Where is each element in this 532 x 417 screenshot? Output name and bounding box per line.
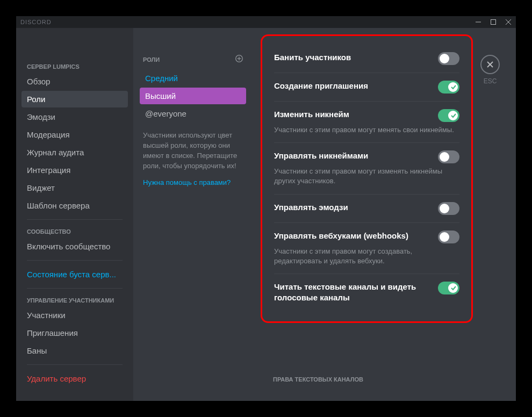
settings-sidebar: СЕРВЕР LUMPICS Обзор Роли Эмодзи Модерац… [16, 28, 133, 401]
close-settings-button[interactable] [480, 55, 500, 74]
svg-rect-1 [491, 20, 496, 25]
esc-label: ESC [484, 77, 497, 85]
permission-toggle[interactable] [438, 109, 459, 122]
server-header: СЕРВЕР LUMPICS [21, 60, 128, 73]
permission-description: Участники с этим правом могут менять сво… [274, 125, 459, 135]
permission-read-channels: Читать текстовые каналы и видеть голосов… [274, 274, 459, 311]
role-item-high[interactable]: Высший [140, 88, 246, 104]
permission-toggle[interactable] [438, 52, 459, 65]
toggle-check-icon [451, 111, 456, 120]
minimize-icon[interactable] [474, 18, 483, 26]
permission-title: Читать текстовые каналы и видеть голосов… [274, 282, 433, 304]
permission-manage-nicknames: Управлять никнеймами Участники с этим пр… [274, 143, 459, 194]
sidebar-divider [27, 288, 123, 289]
sidebar-item-emoji[interactable]: Эмодзи [21, 109, 128, 125]
permission-toggle[interactable] [438, 150, 459, 163]
permission-ban-members: Банить участников [274, 45, 459, 73]
add-role-icon[interactable] [235, 55, 243, 64]
permission-toggle[interactable] [438, 202, 459, 215]
permission-title: Управлять эмодзи [274, 202, 348, 213]
sidebar-item-overview[interactable]: Обзор [21, 73, 128, 90]
sidebar-item-server-template[interactable]: Шаблон сервера [21, 197, 128, 214]
permission-title: Изменить никнейм [274, 109, 349, 120]
permission-create-invite: Создание приглашения [274, 73, 459, 102]
community-header: СООБЩЕСТВО [21, 225, 128, 238]
roles-header: РОЛИ [140, 55, 246, 70]
close-settings: ESC [480, 55, 500, 85]
permission-title: Создание приглашения [274, 81, 368, 91]
sidebar-item-bans[interactable]: Баны [21, 342, 128, 359]
toggle-check-icon [451, 82, 456, 92]
titlebar: DISCORD [16, 16, 516, 28]
permission-toggle[interactable] [438, 282, 459, 294]
role-item-everyone[interactable]: @everyone [140, 105, 246, 122]
text-channels-rights-header: ПРАВА ТЕКСТОВЫХ КАНАЛОВ [273, 376, 363, 383]
permission-title: Управлять вебхуками (webhooks) [274, 231, 408, 241]
role-item-medium[interactable]: Средний [140, 70, 246, 87]
roles-header-title: РОЛИ [143, 56, 160, 63]
permission-description: Участники с этим правом могут создавать,… [274, 247, 459, 266]
permission-manage-emoji: Управлять эмодзи [274, 195, 459, 223]
app-body: СЕРВЕР LUMPICS Обзор Роли Эмодзи Модерац… [16, 28, 516, 401]
sidebar-item-audit-log[interactable]: Журнал аудита [21, 144, 128, 161]
content-column: ESC Банить участников Создание пригл [253, 28, 516, 401]
member-management-header: УПРАВЛЕНИЕ УЧАСТНИКАМИ [21, 294, 128, 307]
sidebar-divider [27, 219, 123, 220]
permission-change-nickname: Изменить никнейм Участники с этим правом… [274, 102, 459, 143]
sidebar-item-moderation[interactable]: Модерация [21, 126, 128, 143]
roles-help-link[interactable]: Нужна помощь с правами? [140, 171, 246, 194]
sidebar-item-invites[interactable]: Приглашения [21, 325, 128, 341]
permission-manage-webhooks: Управлять вебхуками (webhooks) Участники… [274, 223, 459, 274]
sidebar-delete-server[interactable]: Удалить сервер [21, 370, 128, 387]
discord-window: DISCORD СЕРВЕР LUMPICS Обзор Роли Эмодзи… [16, 16, 516, 401]
sidebar-item-members[interactable]: Участники [21, 307, 128, 323]
maximize-icon[interactable] [489, 18, 498, 26]
permission-title: Банить участников [274, 52, 351, 63]
sidebar-divider [27, 260, 123, 261]
permission-toggle[interactable] [438, 231, 459, 243]
roles-help-text: Участники используют цвет высшей роли, к… [140, 123, 246, 171]
roles-column: РОЛИ Средний Высший @everyone Участники … [133, 28, 253, 401]
sidebar-item-widget[interactable]: Виджет [21, 179, 128, 196]
sidebar-item-roles[interactable]: Роли [21, 91, 128, 107]
permission-description: Участники с этим правом могут изменять н… [274, 167, 459, 186]
sidebar-divider [27, 364, 123, 365]
window-controls [474, 18, 513, 26]
sidebar-item-enable-community[interactable]: Включить сообщество [21, 238, 128, 255]
close-window-icon[interactable] [504, 18, 513, 26]
permissions-panel: Банить участников Создание приглашения [261, 34, 473, 323]
toggle-check-icon [451, 283, 456, 293]
sidebar-boost-status-link[interactable]: Состояние буста серв... [21, 266, 128, 283]
app-title: DISCORD [20, 19, 52, 25]
sidebar-item-integrations[interactable]: Интеграция [21, 162, 128, 178]
permission-title: Управлять никнеймами [274, 150, 368, 161]
permission-toggle[interactable] [438, 81, 459, 94]
